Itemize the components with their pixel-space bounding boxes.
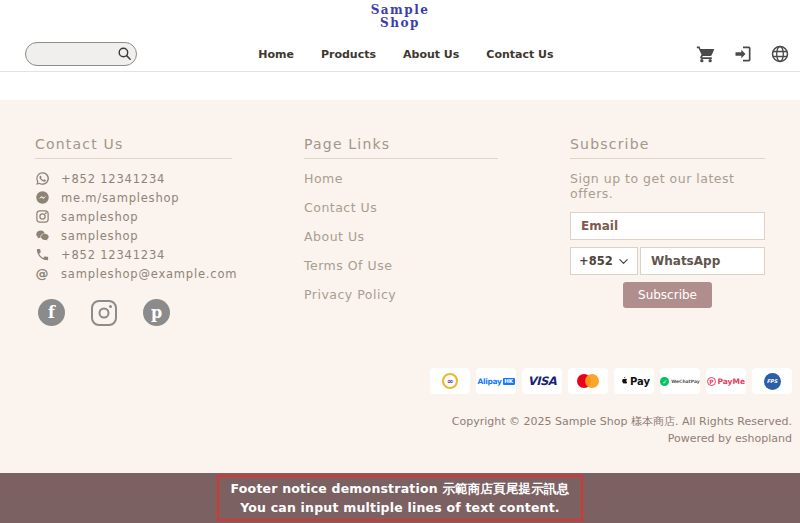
pinterest-icon[interactable]: p [143,299,170,326]
payment-badge-octopus: ∞ [430,368,470,394]
subscribe-prompt: Sign up to get our latest offers. [570,171,765,201]
mastercard-orange-circle [585,374,599,388]
nav-item-contact-us[interactable]: Contact Us [486,48,553,61]
site-header: Sample Shop Home Products About Us Conta… [0,0,800,72]
payment-badge-mastercard [568,368,608,394]
contact-email[interactable]: @ sampleshop@example.com [35,266,232,281]
facebook-icon[interactable]: f [38,299,65,326]
wechatpay-icon: ✓ [660,377,669,386]
notice-highlight-box: Footer notice demonstration 示範商店頁尾提示訊息 Y… [217,475,584,521]
chevron-down-icon [618,256,629,267]
nav-item-products[interactable]: Products [321,48,376,61]
fps-icon: FPS [764,373,781,390]
payment-badge-fps: FPS [752,368,792,394]
applepay-logo: Pay [630,376,650,387]
nav-item-home[interactable]: Home [258,48,294,61]
whatsapp-icon [35,171,50,186]
contact-whatsapp[interactable]: +852 12341234 [35,171,232,186]
language-globe-icon[interactable] [770,44,790,64]
payme-logo: PayMe [717,377,745,386]
apple-icon [618,376,629,387]
logo-line-2: Shop [0,17,800,30]
contact-messenger-value: me.m/sampleshop [61,191,179,205]
login-icon[interactable] [733,44,753,64]
messenger-icon [35,190,50,205]
footer-subscribe-column: Subscribe Sign up to get our latest offe… [570,136,765,326]
octopus-icon: ∞ [442,373,458,389]
instagram-dot [109,305,112,308]
wechatpay-logo: WeChatPay [671,379,700,384]
instagram-social-icon[interactable] [91,300,117,326]
email-at-icon: @ [35,266,50,281]
nav-item-about-us[interactable]: About Us [403,48,459,61]
copyright-line-1: Copyright © 2025 Sample Shop 樣本商店. All R… [452,413,792,430]
contact-instagram-value: sampleshop [61,210,138,224]
cart-icon[interactable] [696,44,716,64]
footer-link-terms-of-use[interactable]: Terms Of Use [304,258,498,273]
header-icons [696,44,790,64]
footer: Contact Us +852 12341234 me.m/sampleshop… [0,100,800,473]
alipay-logo: Alipay [477,377,501,386]
footer-link-about-us[interactable]: About Us [304,229,498,244]
contact-instagram[interactable]: sampleshop [35,209,232,224]
phone-icon [35,247,50,262]
search-bar [25,42,137,66]
contact-messenger[interactable]: me.m/sampleshop [35,190,232,205]
shop-logo[interactable]: Sample Shop [0,4,800,30]
payment-badge-wechatpay: ✓ WeChatPay [660,368,700,394]
whatsapp-field[interactable] [640,247,765,275]
visa-logo: VISA [528,374,556,388]
payme-icon: P [707,377,716,386]
contact-wechat-value: sampleshop [61,229,138,243]
contact-email-value: sampleshop@example.com [61,267,237,281]
footer-links-column: Page Links Home Contact Us About Us Term… [304,136,498,326]
dial-code-value: +852 [579,254,613,268]
email-field[interactable] [570,212,765,240]
contact-phone-value: +852 12341234 [61,248,165,262]
main-nav: Home Products About Us Contact Us [258,48,553,61]
footer-notice-bar: Footer notice demonstration 示範商店頁尾提示訊息 Y… [0,473,800,523]
payment-badge-applepay: Pay [614,368,654,394]
page-links-list: Home Contact Us About Us Terms Of Use Pr… [304,171,498,302]
instagram-icon [35,209,50,224]
contact-phone[interactable]: +852 12341234 [35,247,232,262]
search-icon[interactable] [115,45,133,63]
footer-link-contact-us[interactable]: Contact Us [304,200,498,215]
phone-row: +852 [570,247,765,275]
wechat-icon [35,228,50,243]
footer-link-home[interactable]: Home [304,171,498,186]
subscribe-heading: Subscribe [570,136,765,159]
footer-contact-column: Contact Us +852 12341234 me.m/sampleshop… [35,136,232,326]
notice-line-1: Footer notice demonstration 示範商店頁尾提示訊息 [231,479,570,498]
payment-methods-row: ∞ AlipayHK VISA Pay ✓ WeChatPay P [430,368,792,394]
notice-line-2: You can input multiple lines of text con… [231,498,570,517]
social-icons-row: f p [35,299,232,326]
contact-whatsapp-value: +852 12341234 [61,172,165,186]
contact-wechat[interactable]: sampleshop [35,228,232,243]
page-links-heading: Page Links [304,136,498,159]
copyright-line-2: Powered by eshopland [452,430,792,447]
payment-badge-visa: VISA [522,368,562,394]
dial-code-select[interactable]: +852 [570,247,638,275]
contact-heading: Contact Us [35,136,232,159]
subscribe-button[interactable]: Subscribe [623,282,712,308]
payment-badge-alipayhk: AlipayHK [476,368,516,394]
payment-badge-payme: P PayMe [706,368,746,394]
page: Sample Shop Home Products About Us Conta… [0,0,800,523]
instagram-lens [99,307,110,318]
copyright: Copyright © 2025 Sample Shop 樣本商店. All R… [452,413,792,447]
footer-link-privacy-policy[interactable]: Privacy Policy [304,287,498,302]
